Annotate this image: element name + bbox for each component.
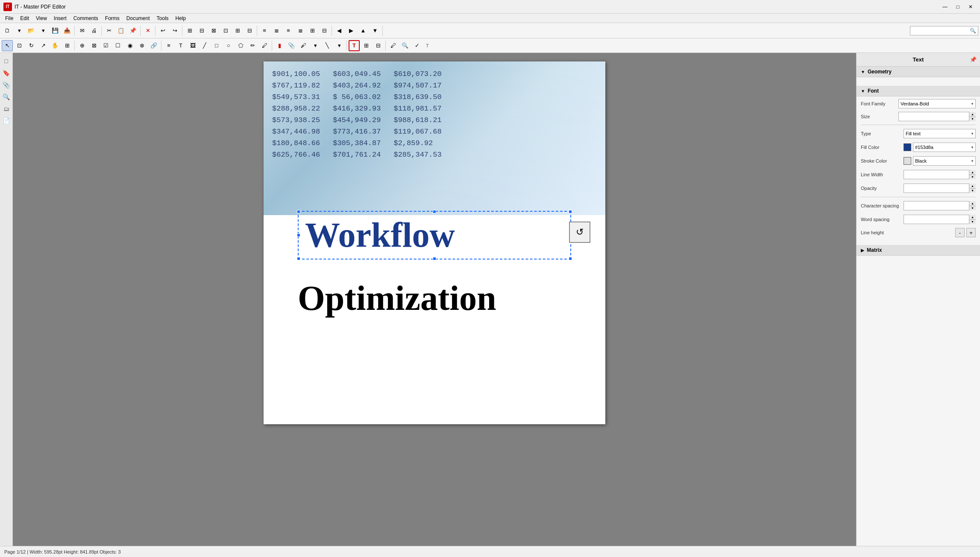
form-tool[interactable]: ☑ (100, 40, 111, 51)
move-tool[interactable]: ⊕ (76, 40, 88, 51)
bookmark-tool[interactable]: ⊟ (373, 40, 384, 51)
list-button[interactable]: ≡ (259, 25, 270, 36)
radio-tool[interactable]: ◉ (124, 40, 135, 51)
align3-button[interactable]: ⊠ (208, 25, 219, 36)
print-button[interactable]: 🖨 (88, 25, 100, 36)
pages-icon[interactable]: 📄 (2, 116, 11, 125)
handle-bottom-right[interactable] (569, 257, 572, 260)
align-button[interactable]: ⊞ (184, 25, 195, 36)
text-align-tool[interactable]: ≡ (163, 40, 174, 51)
zoom-tool[interactable]: 🔍 (399, 40, 411, 51)
menu-tools[interactable]: Tools (153, 15, 172, 22)
font-size-down[interactable]: ▼ (969, 117, 976, 122)
open-button[interactable]: 📂 (26, 25, 37, 36)
word-spacing-input[interactable]: 0 (904, 215, 976, 224)
menu-comments[interactable]: Comments (70, 15, 102, 22)
pin-icon[interactable]: 📌 (970, 56, 977, 63)
handle-top-middle[interactable] (433, 210, 436, 213)
grid-button[interactable]: ⊞ (307, 25, 318, 36)
new-button[interactable]: 🗋 (2, 25, 13, 36)
pen2-tool[interactable]: ▾ (310, 40, 321, 51)
paste-button[interactable]: 📌 (127, 25, 138, 36)
search-input[interactable] (912, 28, 970, 33)
text-tool[interactable]: T (175, 40, 186, 51)
prev-button[interactable]: ◀ (334, 25, 345, 36)
line-height-minus[interactable]: - (955, 228, 965, 237)
distrib-button[interactable]: ⊟ (244, 25, 255, 36)
bookmark-icon[interactable]: 🔖 (2, 68, 11, 78)
pointer-tool[interactable]: ↗ (38, 40, 49, 51)
handle-top-left[interactable] (297, 210, 300, 213)
handle-middle-left[interactable] (297, 233, 300, 237)
list2-button[interactable]: ≣ (271, 25, 282, 36)
fill-color-select[interactable]: #153d8a (913, 143, 976, 152)
cut-button[interactable]: ✂ (103, 25, 114, 36)
maximize-button[interactable]: □ (952, 2, 964, 12)
type-select[interactable]: Fill text Stroke text Fill and stroke (904, 129, 976, 138)
select2-tool[interactable]: ⊡ (14, 40, 25, 51)
grid2-button[interactable]: ⊟ (319, 25, 330, 36)
close-button[interactable]: ✕ (965, 2, 977, 12)
rotate-tool[interactable]: ↻ (26, 40, 37, 51)
center-button[interactable]: ⊞ (232, 25, 243, 36)
line-tool[interactable]: ╱ (199, 40, 210, 51)
handle-bottom-left[interactable] (297, 257, 300, 260)
matrix-section-header[interactable]: ▶ Matrix (857, 245, 980, 256)
eraser2-tool[interactable]: ▾ (334, 40, 345, 51)
line-width-down[interactable]: ▼ (969, 175, 976, 180)
delete-button[interactable]: ✕ (142, 25, 153, 36)
char-spacing-up[interactable]: ▲ (969, 201, 976, 206)
list3-button[interactable]: ≡ (283, 25, 294, 36)
menu-forms[interactable]: Forms (102, 15, 123, 22)
page-nav-icon[interactable]: □ (2, 56, 11, 66)
text-edit-tool[interactable]: T (349, 40, 360, 51)
undo-button[interactable]: ↩ (157, 25, 168, 36)
rotate-handle[interactable]: ↺ (569, 222, 590, 243)
workflow-text[interactable]: Workflow (305, 216, 564, 254)
menu-file[interactable]: File (2, 15, 17, 22)
menu-insert[interactable]: Insert (50, 15, 70, 22)
stroke-color-select[interactable]: Black (913, 156, 976, 166)
minimize-button[interactable]: — (939, 2, 951, 12)
menu-edit[interactable]: Edit (17, 15, 32, 22)
char-spacing-down[interactable]: ▼ (969, 206, 976, 211)
char-spacing-input[interactable]: 0 (904, 201, 976, 210)
pencil2-tool[interactable]: 🖊 (259, 40, 270, 51)
font-size-up[interactable]: ▲ (969, 112, 976, 117)
attach-tool[interactable]: 📎 (286, 40, 297, 51)
line-width-input[interactable]: 1 (904, 170, 976, 179)
align2-button[interactable]: ⊟ (196, 25, 207, 36)
layers-icon[interactable]: 🗂 (2, 104, 11, 114)
menu-help[interactable]: Help (172, 15, 190, 22)
save-button[interactable]: 💾 (50, 25, 61, 36)
workflow-container[interactable]: Workflow (298, 211, 571, 260)
up-button[interactable]: ▲ (358, 25, 369, 36)
attachment-icon[interactable]: 📎 (2, 80, 11, 90)
handle-bottom-middle[interactable] (433, 257, 436, 260)
optimization-text[interactable]: Optimization (298, 279, 571, 318)
font-section-header[interactable]: ▼ Font (857, 86, 980, 96)
list4-button[interactable]: ≣ (295, 25, 306, 36)
select-tool[interactable]: ↖ (2, 40, 13, 51)
stroke-color-swatch[interactable] (904, 157, 911, 165)
rect-tool[interactable]: □ (211, 40, 222, 51)
stamp-tool[interactable]: ⊗ (136, 40, 147, 51)
opacity-up[interactable]: ▲ (969, 184, 976, 189)
wand-tool[interactable]: 🖊 (387, 40, 399, 51)
save-as-button[interactable]: 📥 (62, 25, 73, 36)
line-height-plus[interactable]: + (966, 228, 976, 237)
new-dropdown[interactable]: ▾ (14, 25, 25, 36)
word-spacing-up[interactable]: ▲ (969, 215, 976, 220)
circle-tool[interactable]: ○ (223, 40, 234, 51)
geometry-section-header[interactable]: ▼ Geometry (857, 67, 980, 77)
fill-color-swatch[interactable] (904, 143, 911, 151)
opacity-input[interactable]: 100% (904, 184, 976, 193)
pan-tool[interactable]: ✋ (50, 40, 61, 51)
highlight-tool[interactable]: ▮ (274, 40, 285, 51)
pencil-tool[interactable]: ✏ (247, 40, 258, 51)
menu-document[interactable]: Document (123, 15, 153, 22)
copy-button[interactable]: 📋 (115, 25, 126, 36)
polygon-tool[interactable]: ⬠ (235, 40, 246, 51)
email-button[interactable]: ✉ (76, 25, 88, 36)
pen-tool[interactable]: 🖋 (298, 40, 309, 51)
